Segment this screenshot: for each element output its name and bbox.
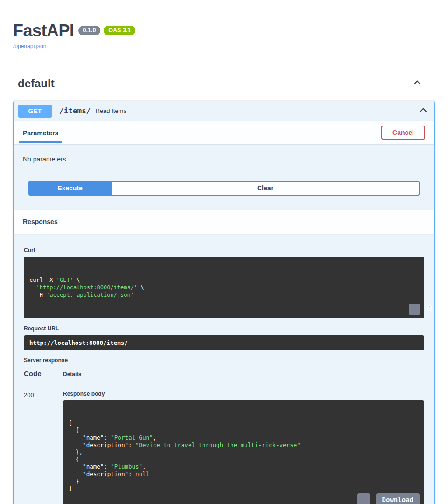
execute-wrapper: Execute Clear bbox=[14, 163, 434, 210]
curl-command-block: curl -X 'GET' \ 'http://localhost:8000/i… bbox=[24, 257, 424, 318]
tag-section-default: default GET /items/ Read Items bbox=[13, 74, 435, 504]
code-segment: }, bbox=[69, 448, 83, 455]
code-segment: 'GET' bbox=[56, 277, 73, 283]
code-segment: , bbox=[142, 463, 146, 470]
code-segment: { bbox=[69, 456, 79, 463]
code-line: "name": "Plumbus", bbox=[69, 463, 419, 470]
operation-path: /items/ bbox=[59, 106, 91, 115]
response-body-block: [ { "name": "Portal Gun", "description":… bbox=[63, 400, 424, 504]
execute-button[interactable]: Execute bbox=[28, 181, 112, 196]
tag-section-header[interactable]: default bbox=[13, 74, 435, 96]
tag-title: default bbox=[18, 77, 55, 90]
code-segment: \ bbox=[137, 284, 144, 291]
code-segment: "name": bbox=[69, 463, 111, 470]
code-segment: 'accept: application/json' bbox=[46, 292, 134, 298]
code-segment: { bbox=[69, 427, 79, 434]
responses-inner: Curl curl -X 'GET' \ 'http://localhost:8… bbox=[14, 234, 434, 504]
code-line: [ bbox=[69, 420, 419, 427]
code-segment: null bbox=[135, 470, 149, 477]
code-line: "description": "Device to travel through… bbox=[69, 441, 419, 449]
chevron-up-icon bbox=[413, 78, 422, 89]
table-header-row: Code Details bbox=[24, 370, 424, 383]
method-badge: GET bbox=[18, 105, 52, 118]
response-row-200: 200 Response body [ { "name": "Portal Gu… bbox=[24, 383, 424, 504]
opblock-body: Parameters Cancel No parameters Execute … bbox=[14, 121, 434, 504]
code-line: } bbox=[69, 478, 419, 485]
code-segment: "Plumbus" bbox=[111, 463, 142, 470]
request-url-label: Request URL bbox=[24, 325, 424, 332]
parameters-section-header: Parameters Cancel bbox=[14, 121, 434, 144]
download-button[interactable]: Download bbox=[376, 493, 420, 504]
page: FastAPI 0.1.0 OAS 3.1 /openapi.json defa… bbox=[0, 0, 448, 504]
responses-section-header: Responses bbox=[14, 210, 434, 234]
code-segment: [ bbox=[69, 420, 72, 427]
code-line: { bbox=[69, 456, 419, 463]
code-segment: , bbox=[153, 434, 157, 441]
code-segment: "Device to travel through the multi-rick… bbox=[135, 441, 301, 448]
collapse-operation-button[interactable] bbox=[418, 105, 429, 117]
code-segment bbox=[29, 284, 36, 291]
copy-curl-button[interactable] bbox=[409, 304, 420, 315]
opblock-summary[interactable]: GET /items/ Read Items bbox=[14, 101, 434, 121]
server-response-table: Code Details 200 Response body [ { "name… bbox=[24, 370, 424, 504]
code-line: "name": "Portal Gun", bbox=[69, 434, 419, 441]
operation-summary: Read Items bbox=[95, 107, 126, 114]
response-details: Response body [ { "name": "Portal Gun", … bbox=[63, 391, 424, 504]
code-segment: -H bbox=[29, 292, 46, 298]
response-body-actions: Download bbox=[357, 493, 420, 504]
code-column-header: Code bbox=[24, 370, 63, 378]
api-title-row: FastAPI 0.1.0 OAS 3.1 bbox=[13, 21, 435, 40]
code-line: -H 'accept: application/json' bbox=[29, 291, 419, 299]
request-url-value: http://localhost:8000/items/ bbox=[24, 335, 424, 350]
curl-label: Curl bbox=[24, 247, 424, 253]
code-line: { bbox=[69, 427, 419, 434]
openapi-spec-link[interactable]: /openapi.json bbox=[13, 43, 46, 49]
code-line: "description": null bbox=[69, 470, 419, 478]
status-code: 200 bbox=[24, 391, 63, 504]
chevron-up-icon bbox=[419, 105, 428, 116]
responses-label: Responses bbox=[23, 218, 58, 225]
response-body-label: Response body bbox=[63, 391, 424, 397]
server-response-label: Server response bbox=[24, 357, 424, 364]
code-segment: "description": bbox=[69, 441, 135, 448]
no-parameters-message: No parameters bbox=[14, 144, 434, 163]
code-segment: } bbox=[69, 478, 79, 485]
code-segment: 'http://localhost:8000/items/' bbox=[36, 284, 137, 291]
oas-badge: OAS 3.1 bbox=[104, 26, 135, 35]
clipboard-copy-icon bbox=[396, 298, 434, 320]
version-badge: 0.1.0 bbox=[78, 26, 101, 35]
request-url-section: Request URL http://localhost:8000/items/ bbox=[24, 325, 424, 350]
opblock-get-items: GET /items/ Read Items Parameters Cancel… bbox=[13, 101, 435, 504]
curl-section: Curl curl -X 'GET' \ 'http://localhost:8… bbox=[24, 247, 424, 318]
code-line: curl -X 'GET' \ bbox=[29, 276, 419, 284]
code-segment: \ bbox=[73, 277, 80, 283]
code-segment: "description": bbox=[69, 470, 135, 477]
api-badges: 0.1.0 OAS 3.1 bbox=[78, 26, 136, 35]
cancel-button[interactable]: Cancel bbox=[381, 126, 425, 140]
code-segment: "name": bbox=[69, 434, 111, 441]
code-line: }, bbox=[69, 448, 419, 456]
tab-parameters[interactable]: Parameters bbox=[19, 122, 62, 143]
copy-response-button[interactable] bbox=[357, 493, 370, 504]
code-line: 'http://localhost:8000/items/' \ bbox=[29, 284, 419, 291]
clear-button[interactable]: Clear bbox=[112, 181, 420, 196]
code-segment: "Portal Gun" bbox=[111, 434, 153, 441]
collapse-section-button[interactable] bbox=[412, 77, 423, 90]
code-segment: ] bbox=[69, 485, 72, 492]
api-info: FastAPI 0.1.0 OAS 3.1 /openapi.json bbox=[13, 0, 435, 50]
code-segment: curl -X bbox=[29, 277, 56, 283]
api-title: FastAPI bbox=[13, 21, 74, 40]
details-column-header: Details bbox=[63, 371, 424, 378]
